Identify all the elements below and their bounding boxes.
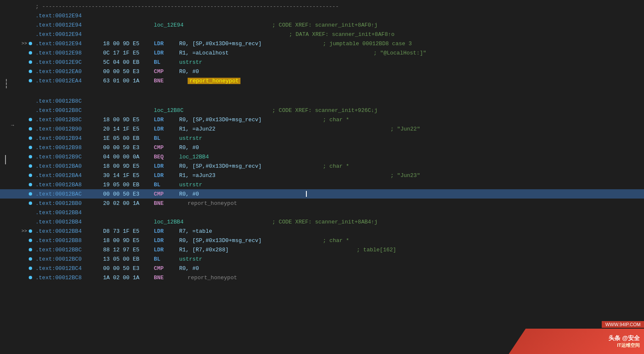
breakpoint-dot <box>29 127 32 131</box>
line-ldr-r1-localhost: .text:00012E98 0C 17 1F E5 LDR R1, =aLoc… <box>0 48 644 57</box>
line-bl-ustrstr-1: .text:00012E9C 5C 04 00 EB BL ustrstr <box>0 57 644 67</box>
line-12b8c-blank: .text:00012B8C <box>0 96 644 106</box>
breakpoint-dot <box>29 164 32 168</box>
breakpoint-dot <box>29 248 32 251</box>
line-cmp-r0-3: .text:00012BC4 00 00 50 E3 CMP R0, #0 <box>0 264 644 273</box>
line-ldr-r1-r7: .text:00012BBC 88 12 97 E5 LDR R1, [R7,#… <box>0 245 644 254</box>
line-loc12b8c: .text:00012B8C loc_12B8C ; CODE XREF: sc… <box>0 106 644 115</box>
line-ldr-r1-jun23: .text:00012BA4 30 14 1F E5 LDR R1, =aJun… <box>0 171 644 180</box>
breakpoint-dot <box>29 136 32 140</box>
text-cursor <box>306 191 307 197</box>
blank-1 <box>0 85 644 92</box>
line-ldr-r0-char3: .text:00012BB8 18 00 9D E5 LDR R0, [SP,#… <box>0 236 644 245</box>
breakpoint-dot <box>29 267 32 270</box>
line-cmp-r0-2: .text:00012B98 00 00 50 E3 CMP R0, #0 <box>0 143 644 152</box>
breakpoint-dot <box>29 60 32 64</box>
separator-line: ; --------------------------------------… <box>0 2 644 11</box>
line-bl-ustrstr-4: .text:00012BC0 13 05 00 EB BL ustrstr <box>0 254 644 264</box>
breakpoint-dot <box>29 276 32 279</box>
line-ldr-r0-char2: .text:00012BA0 18 00 9D E5 LDR R0, [SP,#… <box>0 161 644 171</box>
line-bne-honeypot-1: .text:00012EA4 63 01 00 1A BNE report_ho… <box>0 76 644 85</box>
line-beq-loc12bb4: .text:00012B9C 04 00 00 0A BEQ loc_12BB4 <box>0 152 644 161</box>
breakpoint-dot <box>29 146 32 149</box>
breakpoint-dot <box>29 192 32 196</box>
line-data-xref: .text:00012E94 ; DATA XREF: scanner_init… <box>0 30 644 39</box>
blank-2 <box>0 92 644 96</box>
breakpoint-dot <box>29 257 32 261</box>
line-12bb4-blank: .text:00012BB4 <box>0 208 644 217</box>
line-cmp-cursor: .text:00012BAC 00 00 50 E3 CMP R0, #0 <box>0 189 644 199</box>
line-bne-honeypot-gray-2: .text:00012BC8 1A 02 00 1A BNE report_ho… <box>0 273 644 282</box>
line-cmp-r0-1: .text:00012EA0 00 00 50 E3 CMP R0, #0 <box>0 67 644 76</box>
breakpoint-dot <box>29 42 32 45</box>
line-ldr-r1-jun22: .text:00012B90 20 14 1F E5 LDR R1, =aJun… <box>0 124 644 133</box>
line-loc12e94: .text:00012E94 loc_12E94 ; CODE XREF: sc… <box>0 20 644 30</box>
line-bne-honeypot-gray: .text:00012BB0 20 02 00 1A BNE report_ho… <box>0 199 644 208</box>
breakpoint-dot <box>29 174 32 177</box>
line-loc12bb4: .text:00012BB4 loc_12BB4 ; CODE XREF: sc… <box>0 217 644 226</box>
line-bl-ustrstr-2: .text:00012B94 1E 05 00 EB BL ustrstr <box>0 133 644 143</box>
breakpoint-dot <box>29 229 32 233</box>
code-area: ; --------------------------------------… <box>0 0 644 284</box>
disasm-container: ; --------------------------------------… <box>0 0 644 354</box>
breakpoint-dot <box>29 239 32 242</box>
breakpoint-dot <box>29 79 32 82</box>
watermark-url: WWW.94IP.COM <box>602 321 644 328</box>
breakpoint-dot <box>29 183 32 186</box>
breakpoint-dot <box>29 202 32 205</box>
line-ldr-r0-jump: >> .text:00012E94 18 00 9D E5 LDR R0, [S… <box>0 39 644 48</box>
line-1: .text:00012E94 <box>0 11 644 20</box>
breakpoint-dot <box>29 118 32 121</box>
watermark: 头条 @安全 IT运维空间 <box>509 329 644 354</box>
line-bl-ustrstr-3: .text:00012BA8 19 05 00 EB BL ustrstr <box>0 180 644 189</box>
breakpoint-dot <box>29 70 32 73</box>
breakpoint-dot <box>29 51 32 54</box>
line-ldr-r7-table: >> .text:00012BB4 D8 73 1F E5 LDR R7, =t… <box>0 226 644 236</box>
breakpoint-dot <box>29 155 32 158</box>
line-ldr-r0-char1: → .text:00012B8C 18 00 9D E5 LDR R0, [SP… <box>0 115 644 124</box>
